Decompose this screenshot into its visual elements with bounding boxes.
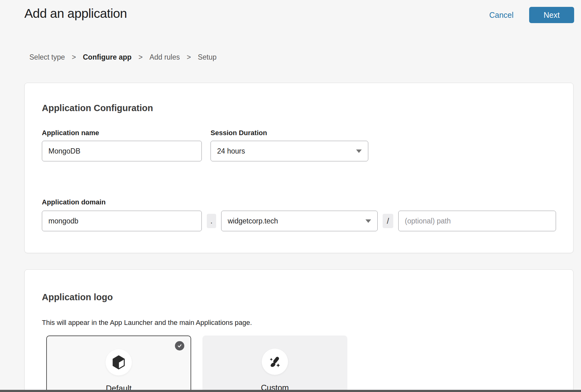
- application-logo-heading: Application logo: [42, 292, 556, 302]
- cancel-button[interactable]: Cancel: [489, 11, 514, 20]
- chevron-down-icon: [365, 219, 371, 223]
- step-separator: >: [187, 53, 191, 61]
- default-logo-circle: [106, 349, 132, 375]
- step-separator: >: [138, 53, 142, 61]
- logo-option-custom[interactable]: Custom: [202, 336, 347, 392]
- logo-option-default[interactable]: Default: [46, 336, 191, 392]
- step-separator: >: [72, 53, 76, 61]
- page-title: Add an application: [24, 6, 127, 21]
- cube-icon: [112, 355, 125, 370]
- application-name-label: Application name: [42, 129, 202, 137]
- application-configuration-card: Application Configuration Application na…: [24, 83, 574, 253]
- step-setup[interactable]: Setup: [198, 53, 216, 61]
- config-fields-row: 24 hours: [42, 141, 556, 161]
- domain-select[interactable]: widgetcorp.tech: [221, 211, 378, 231]
- custom-logo-circle: [262, 349, 288, 375]
- path-input[interactable]: [398, 211, 556, 231]
- session-duration-label: Session Duration: [211, 129, 267, 137]
- dot-separator: .: [207, 214, 216, 228]
- application-domain-row: . widgetcorp.tech /: [42, 211, 556, 231]
- application-logo-description: This will appear in the App Launcher and…: [42, 319, 556, 327]
- step-add-rules[interactable]: Add rules: [150, 53, 180, 61]
- check-icon: [177, 343, 182, 348]
- bottom-window-edge: [0, 390, 581, 392]
- next-button[interactable]: Next: [529, 7, 574, 23]
- selected-check-badge: [175, 341, 184, 350]
- logo-options: Default Custom: [46, 336, 556, 392]
- slash-separator: /: [383, 214, 393, 228]
- session-duration-value: 24 hours: [217, 147, 245, 155]
- step-configure-app[interactable]: Configure app: [83, 53, 132, 61]
- paintbrush-icon: [267, 354, 282, 369]
- chevron-down-icon: [356, 149, 362, 153]
- application-name-input[interactable]: [42, 141, 202, 161]
- domain-value: widgetcorp.tech: [228, 217, 278, 225]
- application-configuration-heading: Application Configuration: [42, 103, 556, 113]
- topbar-actions: Cancel Next: [489, 6, 574, 23]
- session-duration-select[interactable]: 24 hours: [211, 141, 368, 161]
- top-bar: Add an application Cancel Next: [0, 0, 581, 23]
- application-domain-label: Application domain: [42, 198, 556, 206]
- step-select-type[interactable]: Select type: [29, 53, 65, 61]
- config-labels-row: Application name Session Duration: [42, 129, 556, 137]
- breadcrumb: Select type > Configure app > Add rules …: [0, 53, 581, 61]
- subdomain-input[interactable]: [42, 211, 202, 231]
- application-logo-card: Application logo This will appear in the…: [24, 269, 574, 392]
